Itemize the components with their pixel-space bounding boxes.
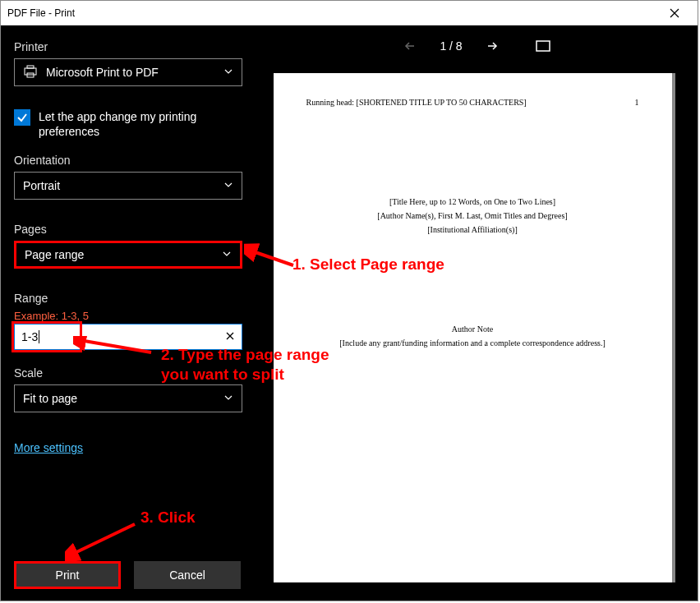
preview-panel: 1 / 8 Running head: [SHORTENED TITLE UP … <box>256 25 698 601</box>
svg-rect-3 <box>27 66 34 68</box>
settings-panel: Printer Microsoft Print to PDF Let the a… <box>1 25 256 601</box>
checkbox-checked-icon <box>14 109 30 126</box>
chevron-down-icon <box>223 392 233 405</box>
svg-rect-9 <box>537 41 550 51</box>
scale-label: Scale <box>14 366 242 380</box>
doc-author: [Author Name(s), First M. Last, Omit Tit… <box>306 211 639 220</box>
doc-running-head: Running head: [SHORTENED TITLE UP TO 50 … <box>306 98 527 107</box>
printer-icon <box>23 64 38 81</box>
doc-affiliation: [Institutional Affiliation(s)] <box>306 225 639 234</box>
chevron-down-icon <box>223 66 233 79</box>
cancel-button[interactable]: Cancel <box>134 561 241 589</box>
range-value: 1-3 <box>21 330 38 343</box>
scale-value: Fit to page <box>23 392 77 405</box>
doc-title: [Title Here, up to 12 Words, on One to T… <box>306 197 639 206</box>
app-preferences-checkbox-row[interactable]: Let the app change my printing preferenc… <box>14 109 242 139</box>
text-cursor <box>39 330 39 343</box>
document-preview: Running head: [SHORTENED TITLE UP TO 50 … <box>274 73 672 582</box>
fit-page-button[interactable] <box>530 33 556 59</box>
chevron-down-icon <box>222 248 232 261</box>
pages-value: Page range <box>25 248 84 261</box>
pages-label: Pages <box>14 223 242 236</box>
print-dialog: PDF File - Print Printer Microsoft Print… <box>0 0 698 601</box>
doc-note-body: [Include any grant/funding information a… <box>306 338 639 348</box>
orientation-select[interactable]: Portrait <box>14 172 242 200</box>
doc-page-number: 1 <box>635 98 639 107</box>
scale-select[interactable]: Fit to page <box>14 384 242 412</box>
titlebar: PDF File - Print <box>1 1 698 25</box>
prev-page-button <box>397 33 423 59</box>
svg-rect-2 <box>25 68 36 75</box>
pages-select[interactable]: Page range <box>14 241 242 269</box>
printer-select[interactable]: Microsoft Print to PDF <box>14 58 242 86</box>
next-page-button[interactable] <box>479 33 505 59</box>
close-button[interactable] <box>658 1 691 25</box>
range-label: Range <box>14 292 242 305</box>
more-settings-link[interactable]: More settings <box>14 441 83 454</box>
window-title: PDF File - Print <box>7 7 658 19</box>
range-input[interactable]: 1-3 <box>14 324 242 350</box>
chevron-down-icon <box>223 179 233 192</box>
printer-label: Printer <box>14 40 242 53</box>
orientation-label: Orientation <box>14 154 242 167</box>
print-button[interactable]: Print <box>14 561 121 589</box>
checkbox-label: Let the app change my printing preferenc… <box>39 109 242 139</box>
orientation-value: Portrait <box>23 179 60 192</box>
clear-input-icon[interactable] <box>225 330 235 343</box>
page-indicator: 1 / 8 <box>440 39 462 53</box>
doc-note-title: Author Note <box>306 325 639 334</box>
range-example: Example: 1-3, 5 <box>14 310 242 322</box>
printer-value: Microsoft Print to PDF <box>46 66 159 79</box>
